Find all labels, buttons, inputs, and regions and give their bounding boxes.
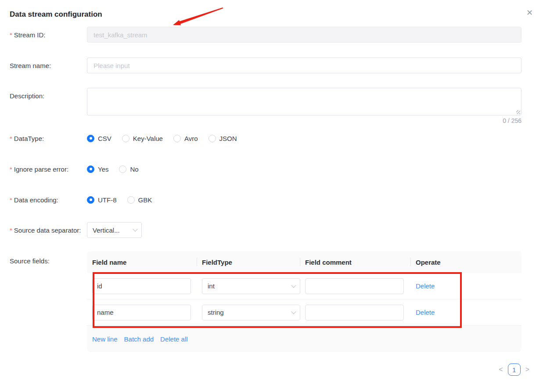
batch-add-link[interactable]: Batch add bbox=[124, 335, 154, 343]
radio-option-yes[interactable]: Yes bbox=[87, 165, 108, 173]
column-header-field-name: Field name bbox=[87, 259, 197, 266]
separator-select[interactable]: Vertical... bbox=[87, 222, 142, 238]
radio-option-key-value[interactable]: Key-Value bbox=[122, 135, 163, 142]
radio-option-avro[interactable]: Avro bbox=[173, 135, 198, 142]
radio-checked-icon bbox=[87, 135, 94, 142]
data-encoding-row: *Data encoding: UTF-8 GBK bbox=[0, 195, 543, 205]
chevron-down-icon bbox=[133, 227, 137, 231]
table-row: string Delete bbox=[87, 299, 521, 326]
next-page-icon[interactable]: > bbox=[525, 366, 529, 373]
radio-unchecked-icon bbox=[119, 165, 126, 173]
stream-name-input[interactable] bbox=[87, 58, 521, 73]
delete-row-link[interactable]: Delete bbox=[416, 309, 435, 316]
stream-name-label: Stream name: bbox=[0, 62, 87, 69]
field-type-select[interactable]: int bbox=[202, 278, 300, 294]
required-asterisk: * bbox=[10, 31, 12, 39]
radio-option-json[interactable]: JSON bbox=[209, 135, 237, 142]
radio-unchecked-icon bbox=[122, 135, 129, 142]
radio-checked-icon bbox=[87, 165, 94, 173]
data-encoding-radio-group: UTF-8 GBK bbox=[87, 195, 521, 205]
table-header: Field name FieldType Field comment Opera… bbox=[87, 251, 521, 273]
radio-unchecked-icon bbox=[173, 135, 181, 142]
stream-name-row: Stream name: bbox=[0, 58, 543, 73]
column-header-field-type: FieldType bbox=[197, 259, 300, 266]
stream-id-label: *Stream ID: bbox=[0, 31, 87, 39]
data-encoding-label: *Data encoding: bbox=[0, 196, 87, 204]
chevron-down-icon bbox=[291, 283, 296, 288]
description-row: Description: 0 / 256 bbox=[0, 88, 543, 125]
required-asterisk: * bbox=[10, 165, 12, 173]
source-data-separator-label: *Source data separator: bbox=[0, 227, 87, 234]
delete-row-link[interactable]: Delete bbox=[416, 282, 435, 290]
field-name-input[interactable] bbox=[92, 278, 191, 294]
separator-select-value: Vertical... bbox=[93, 227, 120, 234]
source-fields-row: Source fields: Field name FieldType Fiel… bbox=[0, 251, 543, 352]
radio-unchecked-icon bbox=[127, 196, 135, 204]
delete-all-link[interactable]: Delete all bbox=[160, 335, 188, 343]
ignore-parse-error-radio-group: Yes No bbox=[87, 164, 521, 174]
datatype-row: *DataType: CSV Key-Value Avro JSON bbox=[0, 133, 543, 143]
source-fields-table: Field name FieldType Field comment Opera… bbox=[87, 251, 521, 352]
required-asterisk: * bbox=[10, 135, 12, 142]
ignore-parse-error-row: *Ignore parse error: Yes No bbox=[0, 164, 543, 174]
field-comment-input[interactable] bbox=[305, 278, 404, 294]
new-line-link[interactable]: New line bbox=[92, 335, 118, 343]
column-header-field-comment: Field comment bbox=[300, 259, 410, 266]
radio-option-csv[interactable]: CSV bbox=[87, 135, 111, 142]
stream-id-row: *Stream ID: bbox=[0, 27, 543, 43]
radio-option-no[interactable]: No bbox=[119, 165, 138, 173]
page-title: Data stream configuration bbox=[10, 10, 102, 19]
required-asterisk: * bbox=[10, 196, 12, 204]
required-asterisk: * bbox=[10, 227, 12, 234]
previous-page-icon[interactable]: < bbox=[499, 366, 503, 373]
datatype-radio-group: CSV Key-Value Avro JSON bbox=[87, 133, 521, 143]
field-comment-input[interactable] bbox=[305, 305, 404, 320]
description-label: Description: bbox=[0, 88, 87, 100]
page-number-button[interactable]: 1 bbox=[508, 363, 521, 376]
close-icon[interactable]: ✕ bbox=[526, 9, 533, 17]
field-name-input[interactable] bbox=[92, 305, 191, 320]
table-row: int Delete bbox=[87, 273, 521, 299]
radio-unchecked-icon bbox=[209, 135, 216, 142]
column-header-operate: Operate bbox=[410, 259, 521, 266]
description-textarea[interactable] bbox=[87, 88, 521, 115]
radio-option-utf8[interactable]: UTF-8 bbox=[87, 196, 117, 204]
field-type-select-value: int bbox=[208, 282, 215, 290]
field-type-select[interactable]: string bbox=[202, 305, 300, 320]
char-counter: 0 / 256 bbox=[87, 117, 521, 125]
ignore-parse-error-label: *Ignore parse error: bbox=[0, 165, 87, 173]
annotation-arrow bbox=[169, 4, 227, 29]
data-stream-form: *Stream ID: Stream name: Description: 0 … bbox=[0, 27, 543, 352]
field-type-select-value: string bbox=[208, 309, 224, 316]
table-footer-actions: New line Batch add Delete all bbox=[87, 326, 521, 352]
chevron-down-icon bbox=[291, 309, 296, 314]
datatype-label: *DataType: bbox=[0, 135, 87, 142]
source-data-separator-row: *Source data separator: Vertical... bbox=[0, 222, 543, 238]
source-fields-label: Source fields: bbox=[0, 251, 87, 265]
pagination: < 1 > bbox=[499, 363, 529, 376]
radio-checked-icon bbox=[87, 196, 94, 204]
stream-id-input bbox=[87, 27, 521, 43]
radio-option-gbk[interactable]: GBK bbox=[127, 196, 152, 204]
